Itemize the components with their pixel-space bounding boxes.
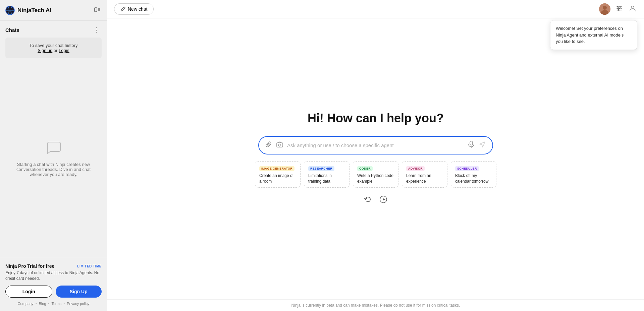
card-badge-3: ADVISOR bbox=[406, 166, 425, 171]
user-button[interactable] bbox=[628, 4, 637, 15]
send-button[interactable] bbox=[478, 140, 486, 150]
blog-link[interactable]: Blog bbox=[39, 302, 46, 306]
card-text-3: Learn from an experience bbox=[406, 173, 443, 184]
suggestion-card-4[interactable]: SCHEDULERBlock off my calendar tomorrow bbox=[451, 161, 496, 188]
limited-time-badge: LIMITED TIME bbox=[77, 264, 102, 268]
search-bar-wrapper bbox=[258, 136, 493, 154]
svg-marker-22 bbox=[383, 198, 385, 201]
welcome-tooltip-text: Welcome! Set your preferences on Ninja A… bbox=[556, 26, 624, 44]
chats-section: Chats ⋮ To save your chat history Sign u… bbox=[0, 21, 107, 258]
chats-title: Chats bbox=[5, 27, 19, 33]
edit-icon bbox=[120, 6, 126, 12]
suggestion-card-2[interactable]: CODERWrite a Python code example bbox=[353, 161, 398, 188]
camera-icon bbox=[276, 141, 283, 147]
suggestion-cards: IMAGE GENERATORCreate an image of a room… bbox=[255, 161, 496, 188]
settings-icon bbox=[616, 5, 623, 12]
logo-icon bbox=[5, 6, 15, 15]
signup-button[interactable]: Sign Up bbox=[56, 286, 102, 298]
top-bar: New chat bbox=[107, 0, 644, 18]
card-badge-1: RESEARCHER bbox=[308, 166, 334, 171]
avatar-image bbox=[599, 3, 610, 15]
privacy-link[interactable]: Privacy policy bbox=[67, 302, 89, 306]
svg-rect-19 bbox=[470, 141, 473, 145]
empty-chats-text: Starting a chat with Ninja creates new c… bbox=[12, 162, 95, 177]
empty-chats-area: Starting a chat with Ninja creates new c… bbox=[5, 64, 102, 252]
logo-area: NinjaTech AI bbox=[5, 6, 51, 15]
suggestion-card-0[interactable]: IMAGE GENERATORCreate an image of a room bbox=[255, 161, 301, 188]
dot-sep-2: • bbox=[48, 302, 50, 306]
avatar-svg bbox=[599, 3, 610, 15]
chats-more-button[interactable]: ⋮ bbox=[92, 26, 102, 34]
chat-bubble-icon bbox=[46, 139, 62, 157]
new-chat-label: New chat bbox=[128, 6, 147, 12]
svg-point-8 bbox=[603, 6, 607, 10]
microphone-icon bbox=[468, 141, 474, 148]
or-text: or bbox=[52, 48, 59, 53]
pro-trial-desc: Enjoy 7 days of unlimited access to Ninj… bbox=[5, 270, 102, 282]
search-bar bbox=[258, 136, 493, 154]
paperclip-icon bbox=[266, 141, 272, 147]
app-name: NinjaTech AI bbox=[17, 7, 51, 14]
card-text-0: Create an image of a room bbox=[259, 173, 296, 184]
camera-button[interactable] bbox=[276, 141, 284, 150]
main-heading: Hi! How can I help you? bbox=[308, 111, 444, 125]
pro-trial-header: Ninja Pro Trial for free LIMITED TIME bbox=[5, 263, 102, 269]
save-history-text: To save your chat history bbox=[30, 43, 78, 48]
refresh-button[interactable] bbox=[363, 194, 373, 206]
sidebar-footer: Ninja Pro Trial for free LIMITED TIME En… bbox=[0, 258, 107, 311]
refresh-icon bbox=[364, 196, 372, 203]
sidebar-header: NinjaTech AI bbox=[0, 0, 107, 21]
search-input[interactable] bbox=[287, 142, 464, 148]
chats-header: Chats ⋮ bbox=[5, 26, 102, 34]
svg-point-18 bbox=[279, 144, 281, 146]
collapse-sidebar-button[interactable] bbox=[93, 5, 102, 15]
play-icon bbox=[380, 196, 387, 203]
new-chat-button[interactable]: New chat bbox=[114, 3, 154, 15]
attach-button[interactable] bbox=[265, 141, 272, 150]
footer-disclaimer: Ninja is currently in beta and can make … bbox=[107, 299, 644, 311]
suggestion-card-3[interactable]: ADVISORLearn from an experience bbox=[402, 161, 447, 188]
svg-point-14 bbox=[620, 8, 621, 9]
center-content: Hi! How can I help you? bbox=[107, 18, 644, 299]
svg-point-16 bbox=[631, 6, 634, 9]
user-icon bbox=[629, 5, 636, 12]
send-icon bbox=[479, 141, 486, 148]
footer-links: Company • Blog • Terms • Privacy policy bbox=[5, 302, 102, 306]
play-button[interactable] bbox=[378, 194, 388, 206]
main-content: New chat bbox=[107, 0, 644, 311]
svg-point-15 bbox=[618, 9, 619, 11]
card-badge-4: SCHEDULER bbox=[455, 166, 479, 171]
login-link[interactable]: Login bbox=[59, 48, 69, 53]
terms-link[interactable]: Terms bbox=[51, 302, 61, 306]
welcome-tooltip: Welcome! Set your preferences on Ninja A… bbox=[550, 20, 637, 50]
mic-button[interactable] bbox=[468, 140, 475, 150]
footer-buttons: Login Sign Up bbox=[5, 286, 102, 298]
suggestion-card-1[interactable]: RESEARCHERLimitations in training data bbox=[304, 161, 350, 188]
card-badge-0: IMAGE GENERATOR bbox=[259, 166, 294, 171]
collapse-icon bbox=[94, 7, 100, 13]
login-button[interactable]: Login bbox=[5, 286, 52, 298]
sidebar: NinjaTech AI Chats ⋮ To save your chat h… bbox=[0, 0, 107, 311]
pro-trial-title: Ninja Pro Trial for free bbox=[5, 263, 54, 269]
sign-up-link[interactable]: Sign up bbox=[38, 48, 52, 53]
dot-sep-3: • bbox=[63, 302, 65, 306]
card-badge-2: CODER bbox=[357, 166, 373, 171]
card-text-4: Block off my calendar tomorrow bbox=[455, 173, 492, 184]
top-bar-right bbox=[599, 3, 637, 15]
svg-rect-3 bbox=[95, 8, 97, 12]
svg-point-13 bbox=[618, 6, 619, 7]
avatar[interactable] bbox=[599, 3, 610, 15]
settings-button[interactable] bbox=[614, 4, 624, 15]
card-text-2: Write a Python code example bbox=[357, 173, 394, 184]
disclaimer-text: Ninja is currently in beta and can make … bbox=[291, 303, 460, 308]
card-controls bbox=[363, 194, 388, 206]
card-text-1: Limitations in training data bbox=[308, 173, 345, 184]
dot-sep-1: • bbox=[36, 302, 37, 306]
save-history-box: To save your chat history Sign up or Log… bbox=[5, 38, 102, 58]
company-link[interactable]: Company bbox=[18, 302, 34, 306]
